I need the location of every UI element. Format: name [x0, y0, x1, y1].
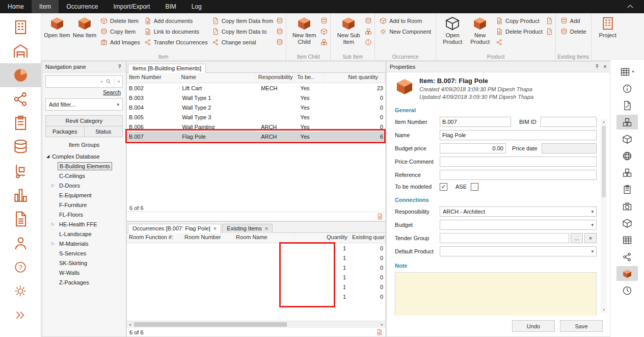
tab-import-export[interactable]: Import/Export	[105, 0, 157, 13]
scroll-right-icon[interactable]: ▸	[379, 322, 385, 327]
copy-item-data-from-button[interactable]: Copy Item Data from	[212, 17, 273, 24]
undo-button[interactable]: Undo	[512, 320, 555, 332]
documents-icon[interactable]	[0, 111, 41, 135]
table-row[interactable]: 10	[127, 243, 385, 253]
column-quantity[interactable]: Quantity	[294, 233, 350, 243]
budget-select[interactable]: ▾	[440, 220, 597, 230]
edit-form-icon[interactable]	[616, 98, 638, 113]
tree-item-fl-floors[interactable]: FL-Floors	[46, 210, 126, 219]
responsibility-select[interactable]: ARCH - Architect ▾	[440, 206, 597, 217]
expand-strip-icon[interactable]	[0, 303, 41, 327]
existing-add-button[interactable]: Add	[560, 17, 586, 24]
rooms-icon[interactable]	[0, 39, 41, 63]
tender-group-field[interactable]	[440, 233, 569, 243]
tree-item-e-equipment[interactable]: E-Equipment	[46, 190, 126, 200]
logistics-icon[interactable]	[0, 159, 41, 183]
table-row[interactable]: B.004Wall Type 2Yes0	[127, 102, 385, 112]
new-item-button[interactable]: New Item	[71, 15, 98, 40]
occurrences-panel-icon[interactable]	[616, 115, 638, 129]
delete-product-button[interactable]: Delete Product	[496, 28, 543, 35]
copy-item-data-to-button[interactable]: Copy Item Data to	[212, 28, 273, 35]
product-extra-icon-2[interactable]	[546, 28, 553, 35]
new-product-button[interactable]: New Product	[466, 15, 494, 46]
tender-group-browse-button[interactable]: ...	[571, 233, 583, 243]
tree-collapsed-icon[interactable]: ▷	[51, 241, 56, 246]
scroll-down-icon[interactable]: ▾	[603, 307, 605, 313]
table-row[interactable]: B.005Wall Type 3Yes0	[127, 112, 385, 122]
tender-group-clear-button[interactable]: ×	[584, 233, 597, 243]
pin-icon[interactable]	[594, 64, 600, 70]
table-row-selected[interactable]: B.007Flag PoleARCHYes6	[127, 132, 385, 141]
add-to-room-button[interactable]: Add to Room	[380, 17, 431, 24]
images-panel-icon[interactable]	[616, 199, 638, 214]
table-row[interactable]: 10	[127, 263, 385, 272]
search-icon[interactable]	[105, 79, 112, 85]
add-product-panel-icon[interactable]	[616, 216, 638, 230]
buildings-chart-icon[interactable]	[0, 183, 41, 207]
nav-tab-packages[interactable]: Packages	[46, 126, 85, 137]
scrollbar-thumb[interactable]	[134, 322, 287, 327]
item-database-icon-3[interactable]	[276, 39, 283, 46]
project-model-icon[interactable]	[0, 15, 41, 39]
existing-delete-button[interactable]: Delete	[560, 28, 586, 35]
to-be-modeled-checkbox[interactable]: ✓	[440, 183, 447, 191]
item-number-field[interactable]	[440, 117, 511, 127]
sub-item-icon-1[interactable]	[365, 17, 372, 24]
note-field[interactable]	[395, 272, 597, 316]
transfer-occurrences-button[interactable]: Transfer Occurrences	[144, 39, 208, 46]
scroll-up-icon[interactable]: ▴	[603, 119, 605, 124]
products-icon[interactable]	[0, 87, 41, 111]
tab-items-list[interactable]: Items [B-Building Elements]	[128, 64, 206, 73]
tree-expanded-icon[interactable]: ◢	[46, 154, 49, 159]
save-button[interactable]: Save	[560, 320, 603, 332]
sub-item-icon-3[interactable]	[365, 39, 372, 46]
sub-item-icon-2[interactable]	[365, 28, 372, 35]
bim-3d-icon[interactable]	[616, 132, 638, 146]
scrollbar-thumb[interactable]	[602, 126, 606, 197]
bim-id-field[interactable]	[541, 117, 597, 127]
pin-icon[interactable]	[117, 64, 123, 70]
item-child-icon-3[interactable]	[320, 39, 328, 46]
new-item-child-button[interactable]: New Item Child	[289, 15, 319, 46]
tab-existing-items[interactable]: Existing Items ×	[222, 224, 273, 233]
clipboard-panel-icon[interactable]	[616, 182, 638, 197]
copy-item-button[interactable]: Copy Item	[100, 28, 140, 35]
tree-item-w-walls[interactable]: W-Walls	[46, 268, 126, 277]
table-row[interactable]: B.003Wall Type 1Yes0	[127, 93, 385, 102]
tree-item-he-health-ffe[interactable]: ▷HE-Health FFE	[46, 219, 126, 229]
price-date-field[interactable]	[542, 143, 597, 153]
tree-item-l-landscape[interactable]: L-Landscape	[46, 229, 126, 239]
table-row[interactable]: B.006Wall PaintingARCHYes0	[127, 122, 385, 132]
tab-item[interactable]: Item	[32, 0, 59, 13]
column-net-quantity[interactable]: Net quantity	[325, 73, 381, 83]
tab-home[interactable]: Home	[0, 0, 32, 13]
column-room-name[interactable]: Room Name	[234, 233, 294, 243]
product-extra-icon-1[interactable]	[546, 17, 553, 24]
new-sub-item-button[interactable]: New Sub Item	[333, 15, 364, 46]
project-button[interactable]: Project	[594, 15, 622, 40]
default-product-select[interactable]: ▾	[440, 246, 597, 256]
tab-occurrence[interactable]: Occurrence	[59, 0, 105, 13]
info-panel-icon[interactable]	[616, 81, 638, 96]
reports-icon[interactable]	[0, 207, 41, 231]
tree-item-s-services[interactable]: S-Services	[46, 248, 126, 258]
org-icon[interactable]	[0, 231, 41, 255]
product-share-button[interactable]	[496, 39, 543, 46]
ase-checkbox[interactable]	[471, 183, 478, 191]
search-options-chevron-icon[interactable]: ˅	[100, 80, 103, 84]
tab-bim[interactable]: BIM	[157, 0, 183, 13]
item-database-icon-2[interactable]	[276, 28, 283, 35]
table-view-icon[interactable]: ▾	[616, 64, 638, 79]
tree-root-complex-database[interactable]: ◢ Complex Database	[46, 151, 126, 161]
tree-item-d-doors[interactable]: ▷D-Doors	[46, 180, 126, 190]
tree-item-c-ceilings[interactable]: C-Ceilings	[46, 171, 126, 180]
change-serial-button[interactable]: Change serial	[212, 39, 273, 46]
items-icon[interactable]	[0, 63, 41, 87]
table-row[interactable]: B.002Lift CartMECHYes23	[127, 83, 385, 93]
tree-collapsed-icon[interactable]: ▷	[51, 222, 56, 226]
finance-icon[interactable]	[0, 135, 41, 159]
products-panel-icon[interactable]	[616, 165, 638, 180]
horizontal-scrollbar[interactable]: ◂ ▸	[127, 321, 385, 328]
item-cube-panel-icon[interactable]	[616, 266, 638, 281]
name-field[interactable]	[440, 130, 597, 140]
